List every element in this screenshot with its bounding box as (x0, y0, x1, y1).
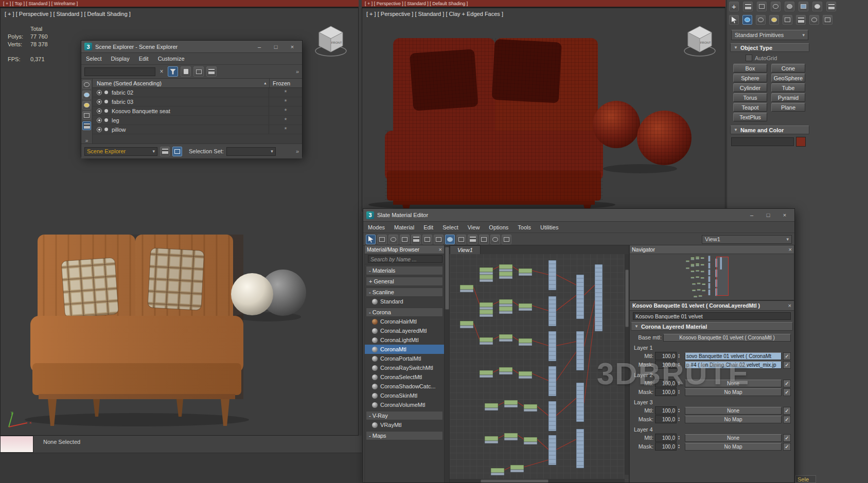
selectable-dot-icon[interactable] (104, 100, 108, 103)
mask-amount-field[interactable]: 100,0 (655, 388, 677, 396)
primitive-button-box[interactable]: Box (733, 64, 767, 73)
table-row[interactable]: fabric 02 * (93, 88, 302, 97)
helpers-category-icon[interactable] (796, 15, 806, 25)
viewcube[interactable]: FRONT (681, 20, 719, 64)
hide-unused-slots-icon[interactable] (434, 235, 444, 244)
render-setup-icon[interactable] (785, 2, 794, 11)
display-cameras-icon[interactable] (82, 111, 91, 120)
selectable-dot-icon[interactable] (104, 91, 108, 94)
menu-options[interactable]: Options (484, 224, 513, 230)
cameras-category-icon[interactable] (783, 15, 792, 25)
visibility-eye-icon[interactable] (97, 118, 102, 123)
mask-enable-checkbox[interactable]: ✓ (783, 388, 791, 396)
visibility-eye-icon[interactable] (97, 109, 102, 114)
material-editor-icon[interactable] (771, 2, 781, 11)
maxscript-mini-listener[interactable] (0, 436, 33, 453)
menu-edit[interactable]: Edit (134, 56, 153, 62)
material-list-item[interactable]: CoronaLayeredMtl (365, 326, 444, 335)
graph-vscrollbar[interactable] (625, 254, 629, 475)
display-lights-icon[interactable] (82, 101, 91, 110)
spinner-control[interactable]: ▴▾ (678, 444, 683, 449)
material-list-item[interactable]: CoronaHairMtl (365, 317, 444, 326)
material-id-channel-icon[interactable] (490, 235, 500, 244)
clear-search-icon[interactable]: × (158, 68, 165, 75)
primitive-button-tube[interactable]: Tube (771, 83, 805, 92)
sync-selection-icon[interactable] (193, 66, 204, 77)
render-production-icon[interactable] (812, 2, 822, 11)
frozen-icon[interactable]: * (269, 116, 302, 124)
visibility-eye-icon[interactable] (97, 90, 102, 95)
menu-select[interactable]: Select (81, 56, 107, 62)
layer-enable-checkbox[interactable]: ✓ (783, 434, 791, 442)
mtl-amount-field[interactable]: 100,0 (655, 352, 677, 360)
name-column-header[interactable]: Name (Sorted Ascending) (93, 80, 263, 86)
browser-group[interactable]: - Scanline (366, 288, 443, 297)
layer-stack-icon[interactable] (160, 147, 170, 156)
browser-group[interactable]: - V-Ray (366, 411, 443, 420)
slate-titlebar[interactable]: 3 Slate Material Editor – □ × (363, 209, 794, 222)
minimize-button[interactable]: – (745, 210, 758, 220)
menu-customize[interactable]: Customize (153, 56, 189, 62)
menu-modes[interactable]: Modes (363, 224, 389, 230)
material-list-item[interactable]: Standard (365, 297, 444, 306)
select-tool-icon[interactable] (366, 235, 376, 244)
material-list-item[interactable]: CoronaShadowCatc... (365, 382, 444, 391)
menu-view[interactable]: View (463, 224, 485, 230)
maximize-button[interactable]: □ (269, 42, 282, 51)
lights-category-icon[interactable] (769, 15, 779, 25)
mask-amount-field[interactable]: 100,0 (655, 415, 677, 423)
close-icon[interactable]: × (789, 246, 792, 253)
column-chooser-icon[interactable] (206, 66, 217, 77)
curve-editor-icon[interactable] (743, 2, 753, 11)
menu-material[interactable]: Material (389, 224, 419, 230)
primitive-category-dropdown[interactable]: Standard Primitives ▾ (731, 30, 808, 40)
spacewarps-category-icon[interactable] (809, 15, 819, 25)
browser-group[interactable]: + General (366, 277, 443, 286)
mask-slot-button[interactable]: No Map (685, 443, 782, 451)
scrollbar-thumb[interactable] (445, 247, 449, 310)
material-list-item[interactable]: CoronaLightMtl (365, 335, 444, 345)
navigator-view-rect[interactable] (716, 257, 729, 296)
table-row[interactable]: fabric 03 * (93, 97, 302, 106)
material-list-item[interactable]: CoronaVolumeMtl (365, 400, 444, 409)
parameter-header[interactable]: Kosovo Banquette 01 velvet ( CoronaLayer… (630, 301, 794, 311)
browser-group[interactable]: - Maps (366, 431, 443, 440)
layer-enable-checkbox[interactable]: ✓ (783, 380, 791, 387)
layout-all-icon[interactable] (468, 235, 477, 244)
selectable-dot-icon[interactable] (104, 128, 108, 131)
spinner-control[interactable]: ▴▾ (678, 435, 683, 440)
display-helpers-icon[interactable] (82, 121, 91, 130)
schematic-view-icon[interactable] (757, 2, 767, 11)
mask-enable-checkbox[interactable]: ✓ (783, 416, 791, 423)
geometry-category-icon[interactable] (742, 15, 752, 25)
tab-view1[interactable]: View1 (450, 245, 481, 254)
browser-search-input[interactable] (368, 255, 442, 263)
material-list-item[interactable]: CoronaSkinMtl (365, 391, 444, 400)
show-shaded-material-icon[interactable] (445, 235, 455, 244)
scene-explorer-titlebar[interactable]: 3 Scene Explorer - Scene Explorer – □ × (81, 41, 302, 53)
material-name-field[interactable] (633, 312, 791, 320)
lock-icon[interactable] (181, 66, 191, 77)
primitive-button-pyramid[interactable]: Pyramid (771, 93, 805, 102)
browser-header[interactable]: Material/Map Browser × (365, 245, 444, 254)
layered-material-rollout[interactable]: ▼ Corona Layered Material (631, 322, 793, 331)
layout-children-icon[interactable] (479, 235, 489, 244)
layer-enable-checkbox[interactable]: ✓ (783, 352, 791, 360)
top-viewport-sliver-right[interactable]: [ + ] [ Perspective ] [ Standard ] [ Def… (362, 0, 725, 8)
browser-scrollbar[interactable] (445, 245, 449, 483)
menu-utilities[interactable]: Utilities (536, 224, 563, 230)
node-graph-view[interactable]: View1 (449, 245, 629, 483)
mask-amount-field[interactable]: 100,0 (655, 361, 677, 369)
spinner-control[interactable]: ▴▾ (678, 417, 683, 422)
mtl-slot-button[interactable]: None (685, 407, 782, 415)
object-type-rollout[interactable]: ▼ Object Type (730, 43, 809, 52)
spinner-control[interactable]: ▴▾ (678, 362, 683, 367)
primitive-button-sphere[interactable]: Sphere (733, 74, 767, 82)
viewport-clay[interactable]: [ + ] [ Perspective ] [ Standard ] [ Cla… (362, 8, 725, 211)
mask-slot-button[interactable]: No Map (685, 416, 782, 423)
row-name[interactable]: leg (108, 117, 269, 123)
selection-set-combo[interactable]: ▾ (226, 147, 276, 156)
mask-enable-checkbox[interactable]: ✓ (783, 361, 791, 369)
frozen-icon[interactable]: * (269, 125, 302, 134)
spinner-control[interactable]: ▴▾ (678, 353, 683, 359)
